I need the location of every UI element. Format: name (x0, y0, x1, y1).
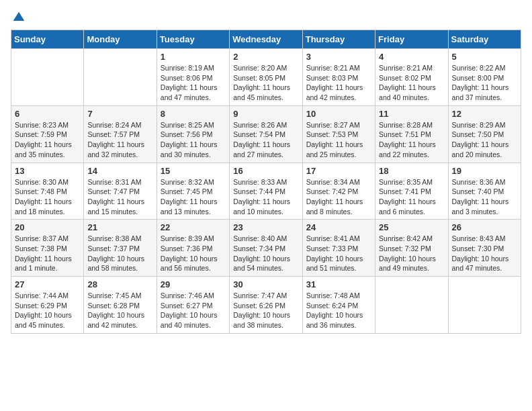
day-info: Sunrise: 8:36 AM Sunset: 7:40 PM Dayligh… (452, 177, 517, 217)
day-cell: 16Sunrise: 8:33 AM Sunset: 7:44 PM Dayli… (230, 163, 302, 220)
day-cell: 1Sunrise: 8:19 AM Sunset: 8:06 PM Daylig… (157, 49, 229, 106)
day-info: Sunrise: 8:41 AM Sunset: 7:33 PM Dayligh… (306, 234, 371, 273)
logo-icon (12, 11, 26, 24)
calendar-header: SundayMondayTuesdayWednesdayThursdayFrid… (11, 30, 521, 49)
day-number: 10 (306, 109, 371, 119)
day-number: 9 (233, 109, 298, 119)
header-day-monday: Monday (84, 30, 157, 49)
day-cell: 6Sunrise: 8:23 AM Sunset: 7:59 PM Daylig… (11, 105, 84, 163)
day-cell: 21Sunrise: 8:38 AM Sunset: 7:37 PM Dayli… (84, 220, 157, 277)
day-number: 2 (233, 52, 298, 62)
day-info: Sunrise: 7:47 AM Sunset: 6:26 PM Dayligh… (233, 291, 298, 330)
day-number: 25 (379, 222, 444, 232)
day-cell (11, 49, 84, 106)
day-number: 29 (161, 279, 226, 289)
day-cell: 15Sunrise: 8:32 AM Sunset: 7:45 PM Dayli… (157, 163, 229, 220)
header-day-wednesday: Wednesday (230, 30, 302, 49)
day-number: 14 (87, 166, 152, 176)
day-number: 11 (379, 109, 444, 119)
week-row-5: 27Sunrise: 7:44 AM Sunset: 6:29 PM Dayli… (11, 277, 521, 334)
day-cell: 24Sunrise: 8:41 AM Sunset: 7:33 PM Dayli… (302, 220, 375, 277)
day-info: Sunrise: 8:24 AM Sunset: 7:57 PM Dayligh… (87, 120, 152, 160)
header-day-thursday: Thursday (302, 30, 375, 49)
day-number: 15 (161, 166, 226, 176)
day-info: Sunrise: 8:25 AM Sunset: 7:56 PM Dayligh… (161, 120, 226, 160)
day-info: Sunrise: 8:20 AM Sunset: 8:05 PM Dayligh… (233, 63, 298, 103)
day-cell: 13Sunrise: 8:30 AM Sunset: 7:48 PM Dayli… (11, 163, 84, 220)
week-row-3: 13Sunrise: 8:30 AM Sunset: 7:48 PM Dayli… (11, 163, 521, 220)
day-info: Sunrise: 8:21 AM Sunset: 8:02 PM Dayligh… (379, 63, 444, 103)
header-row: SundayMondayTuesdayWednesdayThursdayFrid… (11, 30, 521, 49)
day-cell: 8Sunrise: 8:25 AM Sunset: 7:56 PM Daylig… (157, 105, 229, 163)
day-number: 5 (452, 52, 517, 62)
day-cell: 17Sunrise: 8:34 AM Sunset: 7:42 PM Dayli… (302, 163, 375, 220)
day-cell: 23Sunrise: 8:40 AM Sunset: 7:34 PM Dayli… (230, 220, 302, 277)
day-info: Sunrise: 8:40 AM Sunset: 7:34 PM Dayligh… (233, 234, 298, 273)
day-info: Sunrise: 8:19 AM Sunset: 8:06 PM Dayligh… (161, 63, 226, 103)
header-day-tuesday: Tuesday (157, 30, 229, 49)
day-info: Sunrise: 8:29 AM Sunset: 7:50 PM Dayligh… (452, 120, 517, 160)
calendar-table: SundayMondayTuesdayWednesdayThursdayFrid… (11, 30, 521, 334)
day-cell: 29Sunrise: 7:46 AM Sunset: 6:27 PM Dayli… (157, 277, 229, 334)
day-info: Sunrise: 8:27 AM Sunset: 7:53 PM Dayligh… (306, 120, 371, 160)
day-number: 24 (306, 222, 371, 232)
day-cell: 12Sunrise: 8:29 AM Sunset: 7:50 PM Dayli… (448, 105, 521, 163)
day-number: 23 (233, 222, 298, 232)
day-info: Sunrise: 8:26 AM Sunset: 7:54 PM Dayligh… (233, 120, 298, 160)
day-cell: 3Sunrise: 8:21 AM Sunset: 8:03 PM Daylig… (302, 49, 375, 106)
day-info: Sunrise: 8:23 AM Sunset: 7:59 PM Dayligh… (15, 120, 80, 160)
day-number: 4 (379, 52, 444, 62)
day-info: Sunrise: 8:39 AM Sunset: 7:36 PM Dayligh… (161, 234, 226, 273)
day-cell: 27Sunrise: 7:44 AM Sunset: 6:29 PM Dayli… (11, 277, 84, 334)
day-number: 26 (452, 222, 517, 232)
day-number: 12 (452, 109, 517, 119)
day-number: 19 (452, 166, 517, 176)
day-number: 3 (306, 52, 371, 62)
day-cell (84, 49, 157, 106)
day-number: 31 (306, 279, 371, 289)
day-info: Sunrise: 8:33 AM Sunset: 7:44 PM Dayligh… (233, 177, 298, 217)
day-info: Sunrise: 8:28 AM Sunset: 7:51 PM Dayligh… (379, 120, 444, 160)
day-number: 30 (233, 279, 298, 289)
day-info: Sunrise: 7:48 AM Sunset: 6:24 PM Dayligh… (306, 291, 371, 330)
day-info: Sunrise: 7:45 AM Sunset: 6:28 PM Dayligh… (87, 291, 152, 330)
day-cell: 25Sunrise: 8:42 AM Sunset: 7:32 PM Dayli… (375, 220, 448, 277)
day-cell: 31Sunrise: 7:48 AM Sunset: 6:24 PM Dayli… (302, 277, 375, 334)
day-number: 27 (15, 279, 80, 289)
day-number: 6 (15, 109, 80, 119)
day-cell: 19Sunrise: 8:36 AM Sunset: 7:40 PM Dayli… (448, 163, 521, 220)
day-number: 1 (161, 52, 226, 62)
day-number: 22 (161, 222, 226, 232)
day-cell: 5Sunrise: 8:22 AM Sunset: 8:00 PM Daylig… (448, 49, 521, 106)
day-cell: 22Sunrise: 8:39 AM Sunset: 7:36 PM Dayli… (157, 220, 229, 277)
day-number: 21 (87, 222, 152, 232)
day-cell: 4Sunrise: 8:21 AM Sunset: 8:02 PM Daylig… (375, 49, 448, 106)
header-day-friday: Friday (375, 30, 448, 49)
week-row-1: 1Sunrise: 8:19 AM Sunset: 8:06 PM Daylig… (11, 49, 521, 106)
day-cell: 11Sunrise: 8:28 AM Sunset: 7:51 PM Dayli… (375, 105, 448, 163)
logo (11, 11, 26, 24)
day-info: Sunrise: 8:34 AM Sunset: 7:42 PM Dayligh… (306, 177, 371, 217)
day-number: 16 (233, 166, 298, 176)
day-cell: 20Sunrise: 8:37 AM Sunset: 7:38 PM Dayli… (11, 220, 84, 277)
day-info: Sunrise: 7:46 AM Sunset: 6:27 PM Dayligh… (161, 291, 226, 330)
day-info: Sunrise: 8:22 AM Sunset: 8:00 PM Dayligh… (452, 63, 517, 103)
day-cell: 28Sunrise: 7:45 AM Sunset: 6:28 PM Dayli… (84, 277, 157, 334)
day-info: Sunrise: 8:30 AM Sunset: 7:48 PM Dayligh… (15, 177, 80, 217)
header-day-sunday: Sunday (11, 30, 84, 49)
calendar-body: 1Sunrise: 8:19 AM Sunset: 8:06 PM Daylig… (11, 49, 521, 334)
svg-marker-0 (13, 12, 25, 21)
day-info: Sunrise: 8:31 AM Sunset: 7:47 PM Dayligh… (87, 177, 152, 217)
day-cell: 18Sunrise: 8:35 AM Sunset: 7:41 PM Dayli… (375, 163, 448, 220)
day-number: 17 (306, 166, 371, 176)
week-row-2: 6Sunrise: 8:23 AM Sunset: 7:59 PM Daylig… (11, 105, 521, 163)
day-cell (375, 277, 448, 334)
day-cell: 7Sunrise: 8:24 AM Sunset: 7:57 PM Daylig… (84, 105, 157, 163)
page-header (11, 11, 521, 24)
day-number: 13 (15, 166, 80, 176)
day-info: Sunrise: 8:37 AM Sunset: 7:38 PM Dayligh… (15, 234, 80, 273)
day-cell: 10Sunrise: 8:27 AM Sunset: 7:53 PM Dayli… (302, 105, 375, 163)
day-number: 28 (87, 279, 152, 289)
day-cell: 9Sunrise: 8:26 AM Sunset: 7:54 PM Daylig… (230, 105, 302, 163)
day-cell: 2Sunrise: 8:20 AM Sunset: 8:05 PM Daylig… (230, 49, 302, 106)
